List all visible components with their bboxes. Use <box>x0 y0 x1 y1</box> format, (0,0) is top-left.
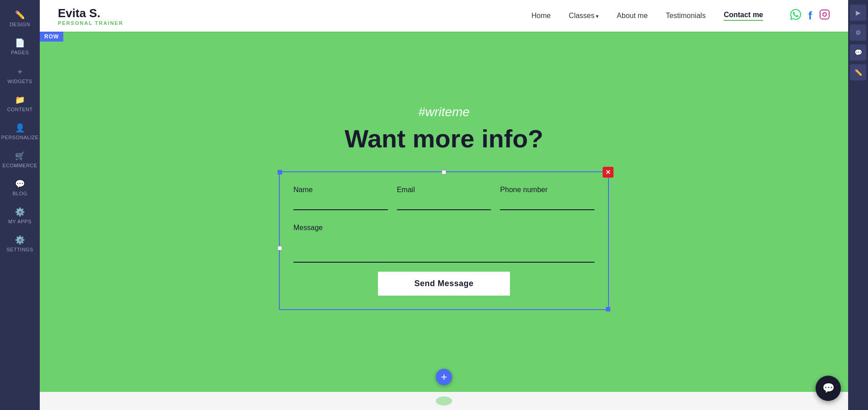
green-section: ROW #writeme Want more info? ✕ Name Emai… <box>40 32 848 392</box>
svg-rect-0 <box>820 10 829 19</box>
message-input[interactable] <box>293 236 594 263</box>
add-section-button[interactable]: + <box>436 369 452 385</box>
instagram-icon[interactable] <box>819 9 830 23</box>
logo: Evita S. PERSONAL TRAINER <box>58 6 123 26</box>
facebook-icon[interactable]: f <box>808 9 812 22</box>
sidebar-item-personalize[interactable]: 👤 PERSONALIZE <box>0 118 40 146</box>
design-icon: ✏️ <box>15 10 25 20</box>
whatsapp-icon[interactable] <box>790 9 801 23</box>
pages-icon: 📄 <box>15 38 25 48</box>
name-input[interactable] <box>293 198 388 210</box>
resize-handle-tm[interactable] <box>442 170 446 174</box>
main-area: Evita S. PERSONAL TRAINER Home Classes A… <box>40 0 848 410</box>
nav-home[interactable]: Home <box>531 12 551 20</box>
sidebar-item-pages[interactable]: 📄 PAGES <box>0 33 40 61</box>
form-row-top: Name Email Phone number <box>293 186 594 210</box>
sidebar: ✏️ DESIGN 📄 PAGES ＋ WIDGETS 📁 CONTENT 👤 … <box>0 0 40 410</box>
logo-name: Evita S. <box>58 6 123 20</box>
sidebar-item-blog[interactable]: 💬 BLOG <box>0 174 40 202</box>
ecommerce-icon: 🛒 <box>15 151 25 161</box>
email-input[interactable] <box>397 198 491 210</box>
chat-widget[interactable]: 💬 <box>816 376 841 401</box>
sidebar-item-widgets[interactable]: ＋ WIDGETS <box>0 61 40 90</box>
form-close-button[interactable]: ✕ <box>603 167 613 178</box>
myapps-icon: ⚙️ <box>15 207 25 217</box>
resize-handle-tl[interactable] <box>278 170 282 174</box>
blog-icon: 💬 <box>15 179 25 189</box>
send-message-button[interactable]: Send Message <box>378 272 509 296</box>
right-panel-btn-4[interactable]: ✏️ <box>850 64 866 80</box>
sidebar-item-design[interactable]: ✏️ DESIGN <box>0 5 40 33</box>
email-label: Email <box>397 186 491 194</box>
hashtag-text: #writeme <box>418 105 470 119</box>
header: Evita S. PERSONAL TRAINER Home Classes A… <box>40 0 848 32</box>
resize-handle-lm[interactable] <box>278 246 282 250</box>
contact-form: ✕ Name Email Phone number <box>279 171 609 310</box>
logo-subtitle: PERSONAL TRAINER <box>58 20 123 26</box>
nav-about[interactable]: About me <box>617 12 647 20</box>
widgets-icon: ＋ <box>16 66 24 77</box>
sidebar-item-myapps[interactable]: ⚙️ MY APPS <box>0 202 40 230</box>
sidebar-item-settings[interactable]: ⚙️ SETTINGS <box>0 230 40 258</box>
social-icons: f <box>790 9 830 23</box>
personalize-icon: 👤 <box>15 123 25 133</box>
message-label: Message <box>293 224 594 232</box>
right-panel-btn-2[interactable]: ⚙ <box>850 24 866 41</box>
phone-label: Phone number <box>500 186 594 194</box>
main-heading: Want more info? <box>344 124 543 153</box>
sidebar-item-ecommerce[interactable]: 🛒 ECOMMERCE <box>0 146 40 174</box>
name-field: Name <box>293 186 388 210</box>
row-badge: ROW <box>40 32 63 42</box>
phone-input[interactable] <box>500 198 594 210</box>
name-label: Name <box>293 186 388 194</box>
content-icon: 📁 <box>15 95 25 105</box>
content-area: ROW #writeme Want more info? ✕ Name Emai… <box>40 32 848 410</box>
right-panel: ▶ ⚙ 💬 ✏️ <box>848 0 868 410</box>
email-field: Email <box>397 186 491 210</box>
right-panel-btn-1[interactable]: ▶ <box>850 5 866 21</box>
sidebar-item-content[interactable]: 📁 CONTENT <box>0 90 40 118</box>
navigation: Home Classes About me Testimonials Conta… <box>531 11 763 21</box>
bottom-section <box>40 392 848 410</box>
phone-field: Phone number <box>500 186 594 210</box>
right-panel-btn-3[interactable]: 💬 <box>850 44 866 61</box>
nav-classes[interactable]: Classes <box>569 12 599 20</box>
chat-widget-icon: 💬 <box>822 382 835 394</box>
nav-testimonials[interactable]: Testimonials <box>666 12 706 20</box>
settings-icon: ⚙️ <box>15 235 25 245</box>
resize-handle-br[interactable] <box>606 307 610 311</box>
nav-contact[interactable]: Contact me <box>724 11 763 21</box>
message-field: Message <box>293 224 594 263</box>
